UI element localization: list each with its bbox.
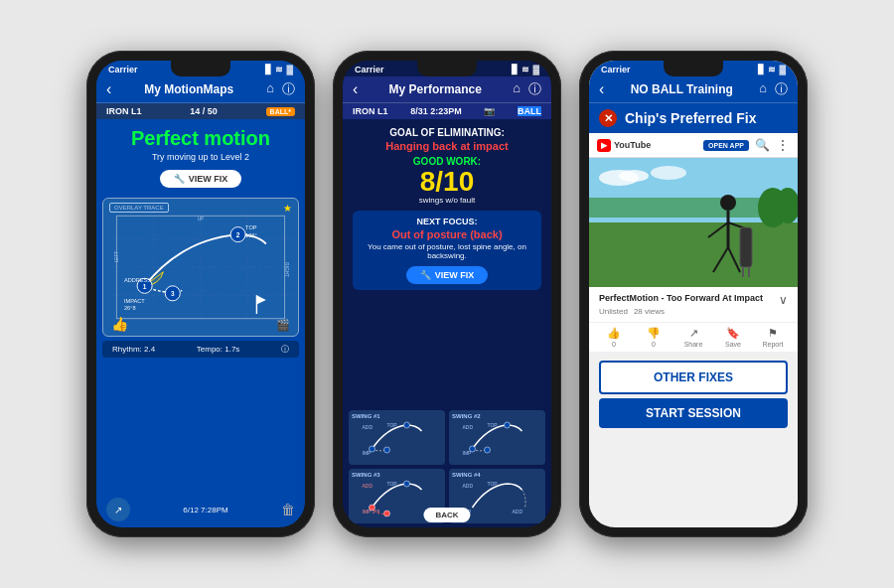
video-thumbnail: [589, 158, 798, 287]
share-label: Share: [684, 341, 703, 348]
share-icon-video: ↗: [689, 327, 698, 340]
video-title-text: PerfectMotion - Too Forward At Impact: [599, 293, 775, 303]
share-button-video[interactable]: ↗ Share: [674, 327, 712, 348]
info-bar-2: IRON L1 8/31 2:23PM 📷 BALL: [343, 103, 551, 119]
save-label: Save: [725, 341, 741, 348]
chip-title: Chip's Preferred Fix: [625, 110, 756, 126]
open-app-button[interactable]: OPEN APP: [703, 140, 749, 151]
nav-title-2: My Performance: [364, 82, 507, 96]
main-content-1: Perfect motion Try moving up to Level 2 …: [96, 119, 305, 198]
youtube-menu-icon[interactable]: ⋮: [776, 137, 790, 153]
wifi-icon-2: ≋: [522, 65, 529, 74]
nav-bar-2: ‹ My Performance ⌂ ⓘ: [343, 76, 551, 103]
tempo-text: Tempo: 1.7s: [197, 345, 240, 354]
nav-bar-3: ‹ NO BALL Training ⌂ ⓘ: [589, 76, 798, 103]
like-count: 0: [612, 341, 616, 348]
back-button-3[interactable]: ‹: [599, 80, 604, 98]
star-icon: ★: [283, 203, 292, 214]
video-meta: Unlisted 28 views: [599, 307, 788, 316]
ball-badge-1: BALL*: [266, 107, 295, 116]
svg-text:LEFT: LEFT: [114, 251, 119, 263]
nav-icons-2: ⌂ ⓘ: [513, 80, 541, 98]
svg-text:UP: UP: [198, 217, 205, 221]
signal-icon-2: ▊: [512, 65, 519, 74]
metrics-info-icon: ⓘ: [281, 344, 289, 355]
svg-text:IMPACT: IMPACT: [124, 298, 145, 304]
dislike-button[interactable]: 👎 0: [635, 327, 672, 348]
info-icon-2[interactable]: ⓘ: [528, 80, 541, 98]
goal-label: GOAL OF ELIMINATING:: [353, 127, 541, 138]
notch-2: [417, 61, 477, 76]
swing-svg: 1 ADDRESS 2 TOP 106° 3 IMPACT 26°8 LEFT …: [107, 203, 294, 332]
svg-point-34: [505, 422, 511, 428]
golfer-scene: [589, 158, 798, 287]
signal-icon: ▊: [265, 65, 272, 74]
session-label: 8/31 2:23PM: [410, 106, 462, 116]
swing-diagram-1: OVERLAY TRACE ★: [102, 198, 299, 337]
views-label: 28 views: [634, 307, 665, 316]
svg-text:3: 3: [171, 290, 175, 297]
swings-label: swings w/o fault: [353, 196, 541, 205]
dislike-count: 0: [652, 341, 656, 348]
back-button-2[interactable]: ‹: [353, 80, 358, 98]
youtube-icon: ▶: [597, 139, 611, 152]
level-label-1: IRON L1: [106, 106, 142, 116]
camera-icon: 📷: [484, 106, 495, 116]
other-fixes-button[interactable]: OTHER FIXES: [599, 361, 788, 394]
svg-text:ADD: ADD: [463, 424, 474, 430]
like-button[interactable]: 👍 0: [595, 327, 633, 348]
start-session-button[interactable]: START SESSION: [599, 398, 788, 428]
close-button[interactable]: ✕: [599, 109, 617, 127]
view-fix-button-1[interactable]: 🔧 VIEW FIX: [160, 170, 242, 188]
next-focus-box: NEXT FOCUS: Out of posture (back) You ca…: [353, 211, 541, 290]
notch-3: [664, 61, 723, 76]
carrier-1: Carrier: [108, 65, 138, 74]
score-text: 8/10: [353, 168, 541, 196]
svg-text:ADD: ADD: [363, 424, 373, 430]
swing-chart-1: ADD TOP IMP: [352, 419, 442, 459]
share-button-1[interactable]: ↗: [106, 498, 130, 521]
svg-text:ADD: ADD: [463, 483, 474, 489]
home-icon-1[interactable]: ⌂: [266, 80, 274, 98]
svg-point-29: [384, 447, 390, 453]
wifi-icon-3: ≋: [768, 65, 776, 74]
svg-text:ADD: ADD: [513, 509, 523, 514]
info-icon-3[interactable]: ⓘ: [775, 80, 788, 98]
svg-point-49: [720, 195, 736, 211]
svg-point-28: [404, 422, 410, 428]
swing-cell-2: SWING #2 ADD TOP IMP: [449, 410, 545, 465]
fault-desc: You came out of posture, lost spine angl…: [361, 242, 533, 260]
delete-icon-1[interactable]: 🗑: [281, 502, 295, 517]
svg-point-41: [384, 511, 390, 516]
signal-icon-3: ▊: [758, 65, 765, 74]
battery-icon-3: ▓: [779, 65, 786, 74]
home-icon-2[interactable]: ⌂: [513, 80, 521, 98]
progress-label-1: 14 / 50: [190, 106, 218, 116]
perfect-motion-text: Perfect motion: [106, 127, 295, 150]
home-icon-3[interactable]: ⌂: [759, 80, 767, 98]
report-icon: ⚑: [768, 327, 778, 340]
svg-text:RIGHT: RIGHT: [284, 262, 289, 277]
fault-text: Out of posture (back): [361, 228, 533, 240]
youtube-search-icon[interactable]: 🔍: [755, 138, 770, 152]
nav-title-3: NO BALL Training: [610, 82, 753, 96]
report-button[interactable]: ⚑ Report: [754, 327, 792, 348]
svg-text:ADDRESS: ADDRESS: [124, 277, 151, 283]
perf-content: GOAL OF ELIMINATING: Hanging back at imp…: [343, 119, 551, 410]
hanging-back-text: Hanging back at impact: [353, 140, 541, 152]
wrench-icon-2: 🔧: [420, 270, 431, 280]
thumbs-up-icon: 👍: [111, 316, 128, 332]
svg-point-27: [370, 446, 375, 452]
footer-1: ↗ 6/12 7:28PM 🗑: [96, 492, 305, 527]
expand-icon[interactable]: ∨: [779, 293, 788, 307]
video-info: PerfectMotion - Too Forward At Impact ∨ …: [589, 287, 798, 322]
svg-text:ADD: ADD: [363, 483, 373, 489]
save-button-video[interactable]: 🔖 Save: [714, 327, 752, 348]
wifi-icon: ≋: [275, 65, 283, 74]
info-icon-1[interactable]: ⓘ: [282, 80, 295, 98]
back-button-swings[interactable]: BACK: [423, 508, 470, 522]
back-button-1[interactable]: ‹: [106, 80, 111, 98]
view-fix-button-2[interactable]: 🔧 VIEW FIX: [406, 266, 489, 284]
thumbs-up-action: 👍: [607, 327, 621, 340]
golfer-svg: [589, 158, 798, 287]
